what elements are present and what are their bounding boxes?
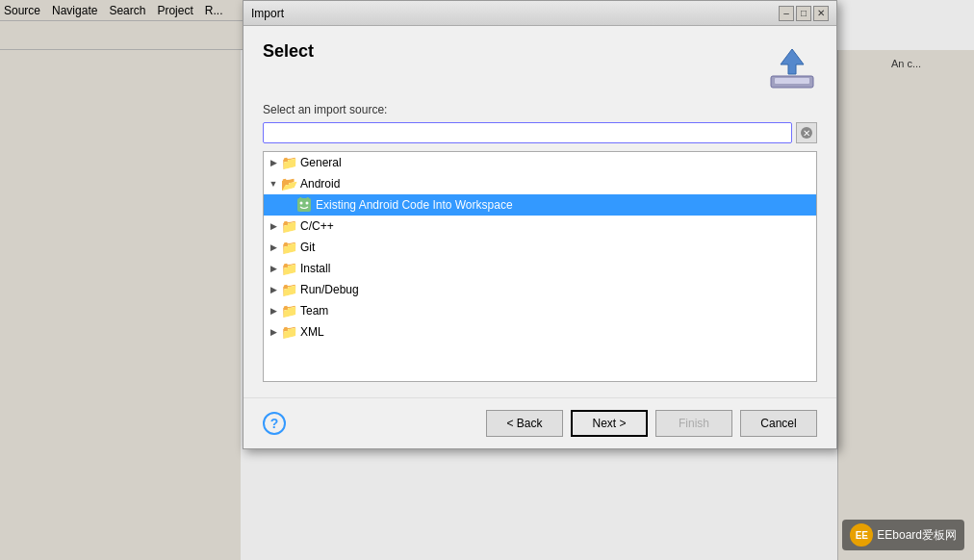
- svg-point-6: [300, 202, 303, 205]
- tree-item-rundebug[interactable]: ▶ 📁 Run/Debug: [264, 279, 816, 300]
- chevron-general: ▶: [268, 157, 279, 168]
- menu-search[interactable]: Search: [109, 4, 145, 17]
- chevron-team: ▶: [268, 305, 279, 317]
- folder-icon-cpp: 📁: [281, 218, 296, 234]
- dialog-content: Select Select an import source: ✕: [244, 26, 836, 397]
- dialog-controls: – □ ✕: [779, 6, 829, 21]
- tree-label-team: Team: [300, 304, 328, 318]
- window-close-button[interactable]: ✕: [813, 6, 829, 21]
- tree-label-git: Git: [300, 241, 315, 254]
- tree-item-existing-android[interactable]: Existing Android Code Into Workspace: [264, 194, 816, 216]
- menu-source[interactable]: Source: [4, 4, 40, 17]
- dialog-heading: Select: [263, 41, 314, 62]
- watermark-logo: EE: [850, 523, 873, 547]
- import-icon: [767, 41, 817, 91]
- chevron-xml: ▶: [268, 326, 279, 338]
- folder-icon-general: 📁: [281, 155, 296, 170]
- tree-label-xml: XML: [300, 325, 324, 339]
- dialog-footer: ? < Back Next > Finish Cancel: [244, 397, 836, 448]
- tree-item-android[interactable]: ▼ 📂 Android: [264, 173, 816, 194]
- section-label: Select an import source:: [263, 103, 817, 116]
- folder-icon-rundebug: 📁: [281, 282, 296, 297]
- search-row: ✕: [263, 122, 817, 143]
- back-button[interactable]: < Back: [486, 410, 563, 437]
- tree-item-team[interactable]: ▶ 📁 Team: [264, 300, 816, 321]
- tree-item-xml[interactable]: ▶ 📁 XML: [264, 321, 816, 343]
- tree-label-existing-android: Existing Android Code Into Workspace: [316, 198, 513, 212]
- svg-marker-1: [781, 49, 804, 74]
- chevron-existing-android: [283, 199, 295, 211]
- ide-sidebar: [0, 50, 241, 560]
- svg-rect-5: [297, 198, 311, 212]
- android-item-icon: [296, 197, 312, 213]
- folder-icon-install: 📁: [281, 261, 296, 276]
- chevron-cpp: ▶: [268, 220, 279, 232]
- tree-label-install: Install: [300, 262, 330, 275]
- ide-right-panel: An c...: [837, 50, 974, 560]
- window-minimize-button[interactable]: –: [779, 6, 794, 21]
- import-dialog: Import – □ ✕ Select Select an import sou…: [243, 0, 837, 449]
- menu-navigate[interactable]: Navigate: [52, 4, 97, 17]
- folder-icon-git: 📁: [281, 240, 296, 255]
- chevron-install: ▶: [268, 263, 279, 274]
- watermark: EE EEboard爱板网: [842, 520, 964, 550]
- tree-item-install[interactable]: ▶ 📁 Install: [264, 258, 816, 279]
- tree-list[interactable]: ▶ 📁 General ▼ 📂 Android: [263, 151, 817, 382]
- next-button[interactable]: Next >: [571, 410, 648, 437]
- finish-button[interactable]: Finish: [655, 410, 732, 437]
- ide-right-label: An c...: [891, 58, 921, 69]
- dialog-title: Import: [251, 7, 284, 20]
- watermark-text: EEboard爱板网: [877, 527, 957, 544]
- search-input[interactable]: [263, 122, 792, 143]
- window-maximize-button[interactable]: □: [796, 6, 811, 21]
- help-button[interactable]: ?: [263, 412, 286, 435]
- cancel-button[interactable]: Cancel: [740, 410, 817, 437]
- svg-text:✕: ✕: [803, 128, 810, 139]
- search-clear-button[interactable]: ✕: [796, 122, 817, 143]
- dialog-header-row: Select: [263, 41, 817, 91]
- chevron-android: ▼: [268, 178, 279, 190]
- tree-label-rundebug: Run/Debug: [300, 283, 359, 296]
- tree-label-cpp: C/C++: [300, 219, 334, 233]
- tree-item-git[interactable]: ▶ 📁 Git: [264, 237, 816, 258]
- tree-label-general: General: [300, 156, 342, 169]
- chevron-rundebug: ▶: [268, 284, 279, 295]
- folder-icon-xml: 📁: [281, 324, 296, 340]
- tree-item-cpp[interactable]: ▶ 📁 C/C++: [264, 216, 816, 237]
- menu-project[interactable]: Project: [157, 4, 192, 17]
- tree-label-android: Android: [300, 177, 340, 191]
- menu-more[interactable]: R...: [205, 4, 223, 17]
- svg-point-7: [306, 202, 309, 205]
- clear-icon: ✕: [800, 126, 813, 140]
- folder-icon-team: 📁: [281, 303, 296, 318]
- chevron-git: ▶: [268, 242, 279, 253]
- dialog-titlebar: Import – □ ✕: [244, 1, 836, 26]
- svg-rect-2: [775, 78, 809, 84]
- folder-icon-android: 📂: [281, 176, 296, 191]
- tree-item-general[interactable]: ▶ 📁 General: [264, 152, 816, 173]
- footer-buttons: < Back Next > Finish Cancel: [486, 410, 817, 437]
